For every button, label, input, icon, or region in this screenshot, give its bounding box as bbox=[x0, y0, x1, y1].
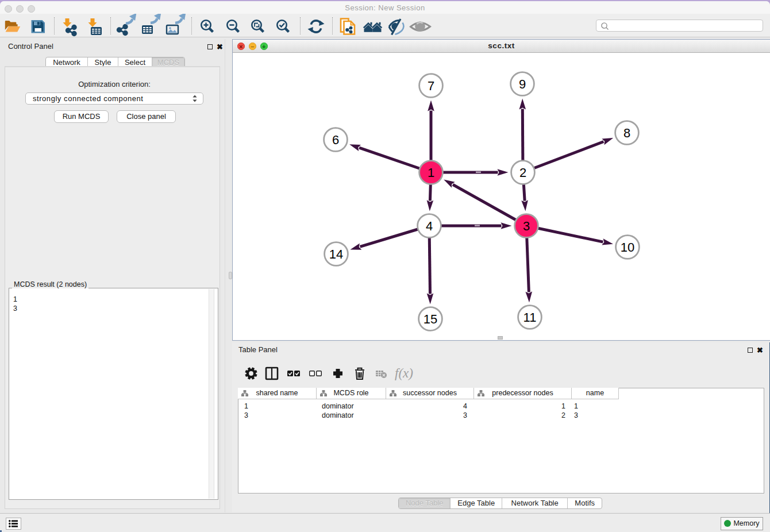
svg-text:1: 1 bbox=[428, 165, 434, 180]
svg-text:8: 8 bbox=[623, 126, 630, 140]
svg-text:f(x): f(x) bbox=[395, 366, 413, 380]
svg-text:4: 4 bbox=[426, 219, 433, 233]
svg-text:2: 2 bbox=[519, 165, 526, 180]
svg-text:10: 10 bbox=[621, 240, 634, 255]
svg-text:14: 14 bbox=[329, 247, 343, 261]
svg-text:11: 11 bbox=[523, 310, 537, 325]
svg-text:6: 6 bbox=[332, 133, 339, 147]
svg-text:9: 9 bbox=[519, 77, 526, 91]
svg-text:7: 7 bbox=[428, 79, 434, 93]
svg-text:15: 15 bbox=[424, 312, 437, 326]
svg-text:3: 3 bbox=[523, 219, 530, 233]
